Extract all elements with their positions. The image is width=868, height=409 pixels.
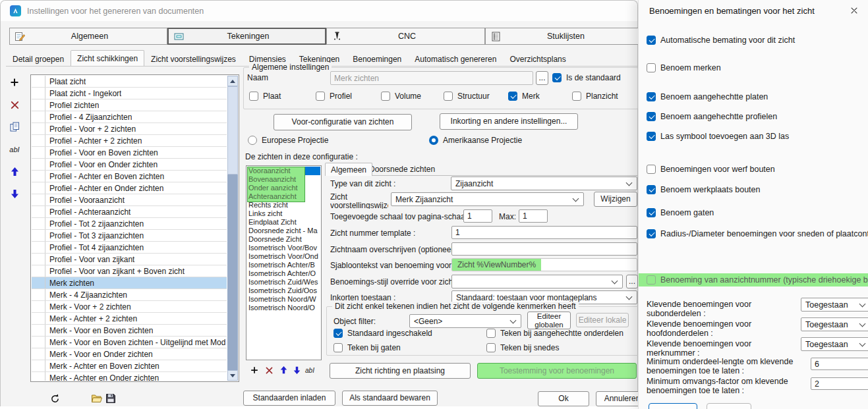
panel-select[interactable]: Toegestaan bbox=[801, 298, 868, 312]
list-item[interactable]: Plaat zicht - Ingekort bbox=[32, 88, 227, 99]
type-checkbox[interactable]: Structuur bbox=[444, 92, 490, 101]
list-item[interactable]: Merk - Achter + 2 zichten bbox=[32, 313, 227, 325]
sub-tab[interactable]: Zicht voorstellingswijzes bbox=[144, 52, 243, 66]
is-default-checkbox[interactable]: Is de standaard bbox=[552, 73, 621, 82]
type-checkbox[interactable]: Volume bbox=[381, 92, 421, 101]
move-up-icon[interactable] bbox=[7, 165, 22, 179]
delete-icon[interactable] bbox=[7, 97, 22, 112]
view-list-item[interactable]: Isometrisch Voor/Ond bbox=[247, 252, 320, 261]
view-list-item[interactable]: Doorsnede Zicht bbox=[247, 235, 320, 244]
naming-permission-button[interactable]: Toestemming voor benoemingen bbox=[477, 363, 637, 379]
panel-number-input[interactable]: 2 bbox=[811, 377, 868, 390]
sub-tab[interactable]: Detail groepen bbox=[6, 52, 71, 66]
naming-style-override-select[interactable] bbox=[451, 275, 623, 288]
tab-stuklijsten[interactable]: Stuklijsten bbox=[485, 28, 644, 45]
view-tab-algemeen[interactable]: Algemeen bbox=[325, 163, 372, 176]
list-item[interactable]: Profiel - Tot 4 zijaanzichten bbox=[32, 242, 227, 254]
view-name-override-input[interactable] bbox=[451, 242, 637, 256]
radio-european-projection[interactable]: Europese Projectie bbox=[248, 136, 328, 145]
panel-checkbox[interactable]: Las symbool toevoegen aan 3D las bbox=[647, 132, 789, 141]
list-item[interactable]: Merk - Voor + 2 zichten bbox=[32, 301, 227, 313]
view-list-item[interactable]: Isometrisch Achter/O bbox=[247, 269, 320, 278]
panel-checkbox[interactable]: Benoem merken bbox=[647, 63, 721, 72]
view-list-item[interactable]: Isometrisch Zuid/Oos bbox=[247, 286, 320, 295]
view-list-item[interactable]: Bovenaanzicht bbox=[247, 175, 320, 184]
type-checkbox[interactable]: Merk bbox=[508, 92, 540, 101]
panel-cancel-button[interactable] bbox=[707, 403, 751, 409]
list-item[interactable]: Profiel - Voor van zijkant bbox=[32, 254, 227, 265]
type-checkbox[interactable]: Planzicht bbox=[572, 92, 618, 101]
tab-tekeningen[interactable]: Tekeningen bbox=[167, 28, 326, 45]
panel-checkbox[interactable]: Benoeming van aanzichtnummer (typische d… bbox=[639, 273, 868, 286]
view-move-up-icon[interactable] bbox=[276, 363, 291, 377]
preconfigure-views-button[interactable]: Voor-configuratie van zichten bbox=[274, 114, 412, 130]
filter-checkbox[interactable]: Standaard ingeschakeld bbox=[333, 329, 432, 338]
scale-input[interactable]: 1 bbox=[463, 209, 492, 223]
load-defaults-button[interactable]: Standaarden inladen bbox=[243, 391, 335, 406]
filter-checkbox[interactable]: Teken bij snedes bbox=[486, 343, 559, 352]
list-item[interactable]: Profiel - Achteraanzicht bbox=[32, 206, 227, 218]
list-item[interactable]: Profiel - Vooraanzicht bbox=[32, 194, 227, 206]
view-delete-icon[interactable] bbox=[262, 363, 276, 377]
list-item[interactable]: Profiel zichten bbox=[32, 99, 227, 111]
panel-checkbox[interactable]: Benoem aangehechtte profielen bbox=[647, 112, 777, 121]
list-item[interactable]: Profiel - Voor en Boven zichten bbox=[32, 147, 227, 159]
list-item[interactable]: Merk - Voor en Onder zichten bbox=[32, 348, 227, 360]
list-item[interactable]: Profiel - Achter en Boven zichten bbox=[32, 171, 227, 182]
panel-checkbox[interactable]: Benoem aangehechtte platen bbox=[647, 92, 768, 101]
panel-checkbox[interactable]: Benoem gaten bbox=[647, 208, 714, 217]
add-icon[interactable] bbox=[7, 75, 22, 90]
ok-button[interactable]: Ok bbox=[538, 391, 589, 406]
list-item[interactable]: Merk - Voor en Boven zichten - Uitgelijn… bbox=[32, 337, 227, 348]
view-number-template-input[interactable]: 1 bbox=[451, 226, 637, 239]
scrollbar[interactable] bbox=[227, 76, 238, 381]
type-checkbox[interactable]: Profiel bbox=[316, 92, 352, 101]
object-filter-select[interactable]: <Geen> bbox=[409, 314, 521, 328]
view-list-item[interactable]: Isometrisch Noord/O bbox=[247, 304, 320, 312]
filter-checkbox[interactable]: Teken bij aangehechtte onderdelen bbox=[486, 329, 623, 338]
naming-style-browse-button[interactable]: ... bbox=[626, 275, 638, 288]
scrollbar-thumb[interactable] bbox=[227, 86, 238, 175]
move-down-icon[interactable] bbox=[7, 186, 22, 201]
view-list-item[interactable]: Isometrisch Zuid/Wes bbox=[247, 278, 320, 286]
panel-select[interactable]: Toegestaan bbox=[801, 317, 868, 331]
list-item[interactable]: Merk - 4 Zijaanzichten bbox=[32, 289, 227, 301]
sub-tab[interactable]: Benoemingen bbox=[346, 52, 408, 66]
browse-name-button[interactable]: ... bbox=[536, 71, 548, 85]
view-list-item[interactable]: Eindplaat Zicht bbox=[247, 218, 320, 227]
change-representation-button[interactable]: Wijzigen bbox=[594, 192, 637, 207]
view-list-item[interactable]: Isometrisch Achter/B bbox=[247, 261, 320, 269]
tab-algemeen[interactable]: Algemeen bbox=[9, 28, 167, 45]
list-item[interactable]: Profiel - Tot 3 zijaanzichten bbox=[32, 230, 227, 242]
open-folder-icon[interactable] bbox=[90, 391, 104, 406]
filter-checkbox[interactable]: Teken bij gaten bbox=[333, 343, 401, 352]
radio-american-projection[interactable]: Amerikaanse Projectie bbox=[429, 136, 522, 145]
list-item[interactable]: Merk - Achter en Boven zichten bbox=[32, 360, 227, 372]
scroll-down-icon[interactable] bbox=[227, 370, 238, 381]
edit-global-button[interactable]: Editeer globalen bbox=[527, 312, 571, 329]
sub-tab[interactable]: Overzichtsplans bbox=[503, 52, 572, 66]
view-type-select[interactable]: Zijaanzicht bbox=[451, 177, 637, 190]
list-item[interactable]: Merk zichten bbox=[32, 277, 227, 289]
view-add-icon[interactable] bbox=[247, 363, 262, 377]
view-list-item[interactable]: Doorsnede zicht - Ma bbox=[247, 227, 320, 235]
representation-select[interactable]: Merk Zijaanzicht bbox=[391, 192, 584, 206]
max-scale-input[interactable]: 1 bbox=[519, 209, 548, 223]
list-item[interactable]: Profiel - Achter + 2 zichten bbox=[32, 135, 227, 147]
panel-checkbox[interactable]: Benoemingen voor werf bouten bbox=[647, 165, 775, 174]
panel-number-input[interactable]: 6 bbox=[811, 358, 868, 370]
view-direction-placement-button[interactable]: Zicht richting en plaatsing bbox=[330, 363, 471, 379]
save-icon[interactable] bbox=[103, 391, 118, 406]
copy-icon[interactable] bbox=[7, 119, 22, 134]
panel-checkbox[interactable]: Radius-/Diameter benoemingen voor sneden… bbox=[647, 229, 868, 238]
type-checkbox[interactable]: Plaat bbox=[249, 92, 281, 101]
view-move-down-icon[interactable] bbox=[289, 363, 304, 377]
list-item[interactable]: Profiel - Voor en Onder zichten bbox=[32, 159, 227, 171]
view-list-item[interactable]: Onder aanzicht bbox=[247, 184, 320, 192]
view-list-item[interactable]: Isometrisch Voor/Bov bbox=[247, 244, 320, 252]
list-item[interactable]: Profiel - Tot 2 zijaanzichten bbox=[32, 218, 227, 230]
list-item[interactable]: Profiel - Achter en Onder zichten bbox=[32, 182, 227, 194]
refresh-icon[interactable] bbox=[47, 391, 62, 406]
list-item[interactable]: Profiel - 4 Zijaanzichten bbox=[32, 111, 227, 123]
list-item[interactable]: Plaat zicht bbox=[32, 76, 227, 88]
